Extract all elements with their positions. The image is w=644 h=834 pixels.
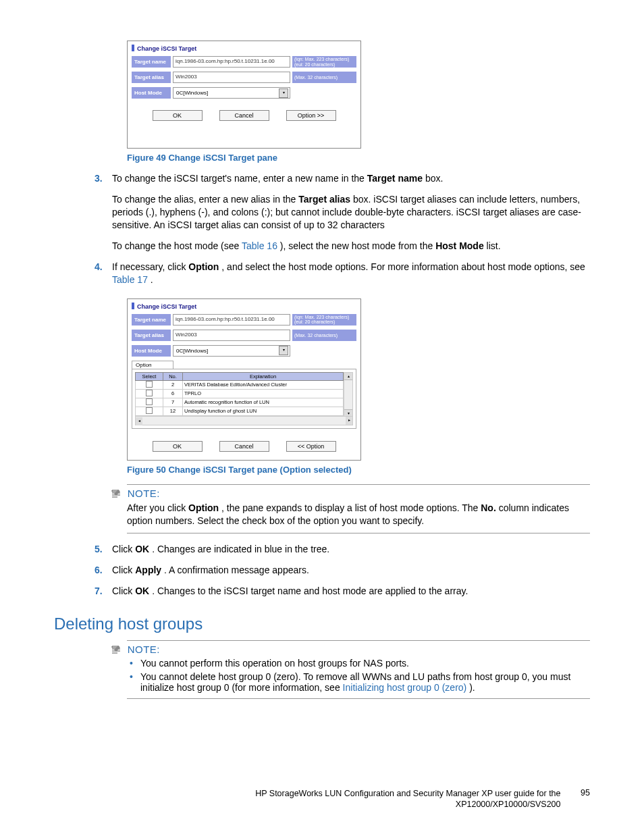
host-mode-select[interactable]: 0C[Windows] ▾ xyxy=(173,345,290,357)
divider xyxy=(127,484,590,485)
cancel-button[interactable]: Cancel xyxy=(219,110,269,121)
note-block: NOTE: You cannot perform this operation … xyxy=(127,640,590,699)
step-number: 5. xyxy=(95,543,103,556)
text: . xyxy=(151,274,153,285)
text: If necessary, click xyxy=(112,261,188,272)
table-16-link[interactable]: Table 16 xyxy=(242,240,277,251)
target-alias-input[interactable]: Win2003 xyxy=(173,72,290,83)
ok-button[interactable]: OK xyxy=(153,110,203,121)
target-name-hint: (iqn: Max. 223 characters) (eui: 20 char… xyxy=(292,56,356,68)
target-name-hint: (iqn: Max. 223 characters) (eui: 20 char… xyxy=(292,314,356,325)
pane-title: Change iSCSI Target xyxy=(128,299,360,312)
option-checkbox[interactable] xyxy=(146,398,153,405)
text: . Changes to the iSCSI target name and h… xyxy=(152,585,468,596)
option-exp: VERITAS Database Edition/Advanced Cluste… xyxy=(183,380,344,389)
target-name-input[interactable]: iqn.1986-03.com.hp:hp.r50.t.10231.1e.00 xyxy=(173,314,290,325)
chevron-down-icon[interactable]: ▾ xyxy=(279,88,288,98)
target-name-bold: Target name xyxy=(367,173,423,184)
option-table-wrap: Select No. Explanation 2 VERITAS Databas… xyxy=(132,369,356,429)
option-bold: Option xyxy=(188,502,219,513)
option-collapse-button[interactable]: << Option xyxy=(286,441,336,452)
scroll-left-icon[interactable]: ◂ xyxy=(136,417,142,425)
col-select: Select xyxy=(136,372,163,380)
note-label: NOTE: xyxy=(128,488,160,499)
ok-bold: OK xyxy=(135,585,149,596)
scroll-right-icon[interactable]: ▸ xyxy=(346,417,352,425)
text: To change the iSCSI target's name, enter… xyxy=(112,173,367,184)
no-bold: No. xyxy=(481,502,496,513)
option-exp: Automatic recognition function of LUN xyxy=(183,398,344,407)
option-bold: Option xyxy=(188,261,219,272)
step-7: 7. Click OK . Changes to the iSCSI targe… xyxy=(95,585,590,598)
host-mode-label: Host Mode xyxy=(132,87,171,99)
text: . Changes are indicated in blue in the t… xyxy=(152,544,329,554)
text: After you click xyxy=(127,502,188,513)
option-row: 2 VERITAS Database Edition/Advanced Clus… xyxy=(136,380,344,389)
text: Click xyxy=(112,544,135,554)
host-mode-value: 0C[Windows] xyxy=(175,89,279,97)
option-panel-label: Option xyxy=(132,361,173,369)
page-footer: HP StorageWorks LUN Configuration and Se… xyxy=(54,788,590,810)
step-number: 4. xyxy=(95,261,103,273)
note-list-item: You cannot delete host group 0 (zero). T… xyxy=(138,671,590,693)
target-name-input[interactable]: iqn.1986-03.com.hp:hp.r50.t.10231.1e.00 xyxy=(173,56,290,68)
option-checkbox[interactable] xyxy=(146,381,153,388)
table-17-link[interactable]: Table 17 xyxy=(112,274,148,285)
divider xyxy=(127,698,590,699)
note-icon xyxy=(111,645,122,654)
target-alias-hint: (Max. 32 characters) xyxy=(292,72,356,83)
text: . A confirmation message appears. xyxy=(164,565,309,575)
step-number: 3. xyxy=(95,172,103,185)
step-4: 4. If necessary, click Option , and sele… xyxy=(95,261,590,286)
step-6: 6. Click Apply . A confirmation message … xyxy=(95,564,590,577)
section-heading-deleting-host-groups: Deleting host groups xyxy=(54,615,590,633)
text: Click xyxy=(112,565,135,575)
option-row: 6 TPRLO xyxy=(136,389,344,398)
text: ), select the new host mode from the xyxy=(280,240,435,251)
hint-eui: (eui: 20 characters) xyxy=(294,319,354,325)
vertical-scrollbar[interactable]: ▴ ▾ xyxy=(344,372,353,417)
step-number: 6. xyxy=(95,564,103,577)
note-list-item: You cannot perform this operation on hos… xyxy=(138,658,590,669)
text: ). xyxy=(469,682,475,693)
option-button[interactable]: Option >> xyxy=(286,110,336,121)
host-mode-select[interactable]: 0C[Windows] ▾ xyxy=(173,87,290,99)
target-name-label: Target name xyxy=(132,56,171,68)
option-no: 12 xyxy=(163,407,183,415)
page-number: 95 xyxy=(563,788,590,798)
option-no: 2 xyxy=(163,380,183,389)
init-host-group-0-link[interactable]: Initializing host group 0 (zero) xyxy=(343,682,467,693)
divider xyxy=(127,533,590,533)
scroll-up-icon[interactable]: ▴ xyxy=(344,373,352,380)
text: To change the alias, enter a new alias i… xyxy=(112,194,298,205)
chevron-down-icon[interactable]: ▾ xyxy=(279,346,288,355)
option-checkbox[interactable] xyxy=(146,390,153,396)
note-heading: NOTE: xyxy=(127,644,590,655)
text: list. xyxy=(487,240,501,251)
host-mode-value: 0C[Windows] xyxy=(175,347,279,355)
step-5: 5. Click OK . Changes are indicated in b… xyxy=(95,543,590,556)
hint-iqn: (iqn: Max. 223 characters) xyxy=(294,57,354,62)
apply-bold: Apply xyxy=(135,565,161,575)
step-number: 7. xyxy=(95,585,103,598)
note-heading: NOTE: xyxy=(127,488,590,499)
text: To change the host mode (see xyxy=(112,240,242,251)
cancel-button[interactable]: Cancel xyxy=(219,441,269,452)
host-mode-bold: Host Mode xyxy=(435,240,484,251)
hint-eui: (eui: 20 characters) xyxy=(294,62,354,68)
divider xyxy=(127,640,590,641)
option-row: 7 Automatic recognition function of LUN xyxy=(136,398,344,407)
figure-49-caption: Figure 49 Change iSCSI Target pane xyxy=(127,153,590,163)
figure-50-pane: Change iSCSI Target Target name iqn.1986… xyxy=(127,298,361,461)
target-alias-input[interactable]: Win2003 xyxy=(173,330,290,341)
option-checkbox[interactable] xyxy=(146,407,153,414)
figure-50-caption: Figure 50 Change iSCSI Target pane (Opti… xyxy=(127,465,590,475)
option-exp: Undisplay function of ghost LUN xyxy=(183,407,344,415)
horizontal-scrollbar[interactable]: ◂ ▸ xyxy=(135,416,353,425)
target-name-label: Target name xyxy=(132,314,171,325)
text: Click xyxy=(112,585,135,596)
option-no: 6 xyxy=(163,389,183,398)
text: , the pane expands to display a list of … xyxy=(221,502,481,513)
ok-button[interactable]: OK xyxy=(153,441,203,452)
option-exp: TPRLO xyxy=(183,389,344,398)
